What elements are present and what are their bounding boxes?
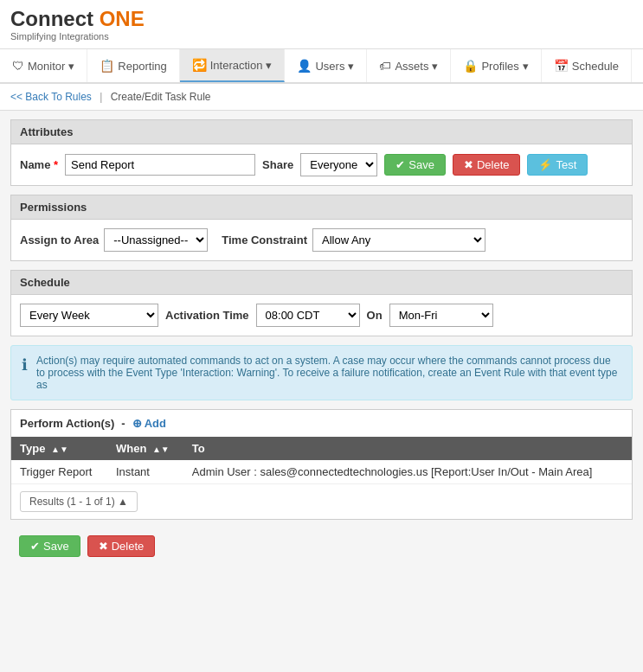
nav-schedule-label: Schedule xyxy=(572,60,619,73)
nav-users-label: Users xyxy=(315,60,344,73)
schedule-section: Schedule Every Week Every Day Every Mont… xyxy=(10,270,633,336)
nav-profiles[interactable]: 🔒 Profiles ▾ xyxy=(451,49,541,82)
row-type: Trigger Report xyxy=(11,460,107,484)
name-input[interactable] xyxy=(65,154,255,176)
assets-icon: 🏷 xyxy=(379,59,391,73)
logo-text: Connect ONE xyxy=(10,7,145,31)
delete-button-bottom[interactable]: ✖ Delete xyxy=(87,535,156,557)
schedule-body: Every Week Every Day Every Month Activat… xyxy=(11,295,632,336)
type-sort-icon[interactable]: ▲▼ xyxy=(51,445,68,454)
add-action-link[interactable]: ⊕ Add xyxy=(132,417,166,430)
breadcrumb: << Back To Rules | Create/Edit Task Rule xyxy=(0,84,643,111)
perform-actions-section: Perform Action(s) - ⊕ Add Type ▲▼ When ▲… xyxy=(10,409,633,520)
nav-users-arrow: ▾ xyxy=(348,60,354,73)
info-icon: ℹ xyxy=(22,355,28,374)
col-type: Type ▲▼ xyxy=(11,437,107,460)
share-label: Share xyxy=(262,158,293,171)
test-bolt-icon: ⚡ xyxy=(538,158,552,171)
permissions-row: Assign to Area --Unassigned-- Time Const… xyxy=(20,228,623,252)
info-text: Action(s) may require automated commands… xyxy=(36,355,621,391)
nav-profiles-arrow: ▾ xyxy=(523,60,529,73)
nav-reporting-label: Reporting xyxy=(118,60,166,73)
info-box: ℹ Action(s) may require automated comman… xyxy=(10,345,633,400)
nav-users[interactable]: 👤 Users ▾ xyxy=(285,49,367,82)
schedule-icon: 📅 xyxy=(554,59,569,73)
results-label: Results (1 - 1 of 1) xyxy=(29,496,115,508)
nav-interaction[interactable]: 🔁 Interaction ▾ xyxy=(180,49,286,82)
permissions-header: Permissions xyxy=(11,195,632,220)
actions-table-head: Type ▲▼ When ▲▼ To xyxy=(11,437,632,460)
breadcrumb-current: Create/Edit Task Rule xyxy=(111,91,211,103)
save-button-top[interactable]: ✔ Save xyxy=(384,154,446,176)
nav-assets[interactable]: 🏷 Assets ▾ xyxy=(367,49,451,82)
back-to-rules-link[interactable]: << Back To Rules xyxy=(10,91,92,103)
time-constraint-select[interactable]: Allow Any xyxy=(312,228,485,252)
nav-assets-arrow: ▾ xyxy=(432,60,438,73)
actions-table-header-row: Type ▲▼ When ▲▼ To xyxy=(11,437,632,460)
nav-monitor[interactable]: 🛡 Monitor ▾ xyxy=(0,49,87,82)
logo-one: ONE xyxy=(100,7,145,30)
nav-interaction-label: Interaction xyxy=(210,59,263,72)
nav-monitor-label: Monitor xyxy=(28,60,65,73)
name-label: Name * xyxy=(20,158,58,171)
nav-monitor-arrow: ▾ xyxy=(68,60,74,73)
on-day-select[interactable]: Mon-Fri Mon-Sun Weekends xyxy=(389,304,493,327)
row-to: Admin User : sales@connectedtechnologies… xyxy=(183,460,632,484)
header: Connect ONE Simplifying Integrations xyxy=(0,0,643,49)
frequency-select[interactable]: Every Week Every Day Every Month xyxy=(20,304,158,327)
schedule-row: Every Week Every Day Every Month Activat… xyxy=(20,304,623,327)
actions-table: Type ▲▼ When ▲▼ To Trigger Report Instan… xyxy=(11,437,632,484)
share-select[interactable]: Everyone Private Group xyxy=(300,153,377,176)
results-button[interactable]: Results (1 - 1 of 1) ▲ xyxy=(20,491,138,512)
schedule-header: Schedule xyxy=(11,271,632,295)
main-content: Attributes Name * Share Everyone Private… xyxy=(0,111,643,573)
nav-reporting[interactable]: 📋 Reporting xyxy=(87,49,179,82)
time-constraint-label: Time Constraint xyxy=(222,234,307,246)
nav-interaction-arrow: ▾ xyxy=(266,59,272,72)
attributes-body: Name * Share Everyone Private Group ✔ Sa… xyxy=(11,144,632,185)
logo-tagline: Simplifying Integrations xyxy=(10,31,145,42)
breadcrumb-separator: | xyxy=(100,91,102,103)
save-button-bottom[interactable]: ✔ Save xyxy=(19,535,80,557)
perform-actions-header: Perform Action(s) - ⊕ Add xyxy=(11,410,632,437)
perform-actions-dash: - xyxy=(121,417,125,430)
permissions-body: Assign to Area --Unassigned-- Time Const… xyxy=(11,220,632,260)
navbar: 🛡 Monitor ▾ 📋 Reporting 🔁 Interaction ▾ … xyxy=(0,49,643,84)
nav-assets-label: Assets xyxy=(395,60,428,73)
save-check-icon: ✔ xyxy=(395,158,405,171)
nav-schedule[interactable]: 📅 Schedule xyxy=(542,49,632,82)
activation-time-select[interactable]: 08:00 CDT xyxy=(256,304,360,327)
activation-time-label: Activation Time xyxy=(165,309,249,322)
bottom-buttons: ✔ Save ✖ Delete xyxy=(10,528,633,564)
permissions-section: Permissions Assign to Area --Unassigned-… xyxy=(10,195,633,261)
nav-profiles-label: Profiles xyxy=(481,60,518,73)
add-action-label: Add xyxy=(145,417,166,430)
results-row: Results (1 - 1 of 1) ▲ xyxy=(11,484,632,519)
test-button[interactable]: ⚡ Test xyxy=(527,154,588,176)
assign-area-group: Assign to Area --Unassigned-- xyxy=(20,228,208,252)
row-when: Instant xyxy=(107,460,183,484)
on-label: On xyxy=(367,309,383,322)
assign-label: Assign to Area xyxy=(20,234,99,246)
monitor-icon: 🛡 xyxy=(12,59,24,73)
logo: Connect ONE Simplifying Integrations xyxy=(10,7,145,42)
reporting-icon: 📋 xyxy=(100,59,114,73)
attributes-header: Attributes xyxy=(11,120,632,144)
time-constraint-group: Time Constraint Allow Any xyxy=(222,228,485,252)
interaction-icon: 🔁 xyxy=(192,58,207,72)
results-arrow-icon: ▲ xyxy=(118,496,128,508)
add-plus-icon: ⊕ xyxy=(132,417,142,430)
when-sort-icon[interactable]: ▲▼ xyxy=(152,445,170,454)
table-row: Trigger Report Instant Admin User : sale… xyxy=(11,460,632,484)
required-marker: * xyxy=(54,158,58,171)
delete-button-top[interactable]: ✖ Delete xyxy=(453,154,521,176)
profiles-icon: 🔒 xyxy=(463,59,478,73)
delete-x-icon: ✖ xyxy=(464,158,473,171)
attributes-section: Attributes Name * Share Everyone Private… xyxy=(10,119,633,186)
attributes-row: Name * Share Everyone Private Group ✔ Sa… xyxy=(20,153,623,176)
save-bottom-check-icon: ✔ xyxy=(30,540,40,553)
col-when: When ▲▼ xyxy=(107,437,183,460)
delete-bottom-x-icon: ✖ xyxy=(99,540,108,553)
assign-area-select[interactable]: --Unassigned-- xyxy=(104,228,208,252)
perform-actions-label: Perform Action(s) xyxy=(20,417,114,430)
